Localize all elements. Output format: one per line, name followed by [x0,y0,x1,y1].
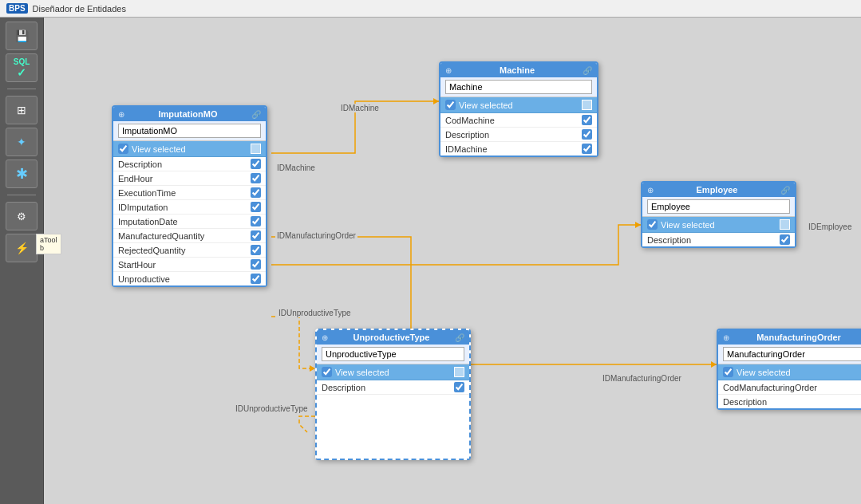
field-rejectedquantity: RejectedQuantity [118,246,185,255]
field-employee-description-checkbox[interactable] [780,234,790,245]
entity-employee-view-end-checkbox[interactable] [780,219,790,230]
entity-employee-header[interactable]: ⊕ Employee 🔗 [642,183,795,197]
entity-unproductivetype-view-label: View selected [335,368,451,377]
entity-machine-link-icon[interactable]: 🔗 [583,66,592,75]
entity-unproductivetype-view-row: View selected [317,364,469,380]
table-row: Description [642,233,795,246]
idmanufacturingorder2-conn-label: IDManufacturingOrder [601,374,683,383]
settings-button[interactable]: ⚙ [6,202,38,230]
entity-machine-view-checkbox[interactable] [445,100,456,110]
field-codmachine-checkbox[interactable] [582,115,592,125]
entity-employee-view-checkbox[interactable] [647,219,658,230]
entity-unproductivetype-link-icon[interactable]: 🔗 [455,333,464,342]
svg-marker-2 [711,361,717,368]
table-row: Description [113,157,266,171]
main-layout: 💾 SQL ✓ ⊞ ✦ ✱ ⚙ ⚡ aToolb [0,18,861,504]
field-endhour-checkbox[interactable] [251,173,261,183]
sidebar-divider-1 [7,89,36,89]
idunproductivetype-conn-label: IDUnproductiveType [277,309,353,317]
svg-marker-3 [310,365,315,372]
field-unproductivetype-description-checkbox[interactable] [454,382,464,392]
entity-imputationmo-title: ImputationMO [159,109,218,119]
save-button[interactable]: 💾 [6,22,38,50]
entity-manufacturingorder-name-input[interactable] [723,347,861,361]
grid-button[interactable]: ⊞ [6,96,38,124]
entity-machine-name-row [440,77,597,97]
entity-machine-name-input[interactable] [445,80,592,94]
lightning-button[interactable]: ⚡ [6,234,38,262]
field-codmanufacturingorder: CodManufacturingOrder [723,383,817,392]
entity-employee-title: Employee [697,185,738,195]
entity-machine-fields: CodMachine Description IDMachine [440,113,597,156]
entity-unproductivetype-view-checkbox[interactable] [322,367,332,377]
field-idimputation-checkbox[interactable] [251,202,261,212]
entity-unproductivetype-view-end-checkbox[interactable] [454,367,464,377]
entity-machine-view-end-checkbox[interactable] [582,100,592,110]
entity-imputationmo-view-label: View selected [132,144,247,154]
field-machine-description-checkbox[interactable] [582,129,592,140]
title-bar: BPS Diseñador de Entidades [0,0,861,18]
field-executiontime: ExecutionTime [118,188,176,198]
idunproductivetype2-conn-label: IDUnproductiveType [234,404,310,413]
field-machine-description: Description [445,130,489,140]
entity-machine-icon: ⊕ [445,66,452,75]
field-manufacturingorder-description: Description [723,397,767,407]
entity-manufacturingorder-header[interactable]: ⊕ ManufacturingOrder 🔗 [718,330,861,345]
entity-imputationmo-view-row: View selected [113,141,266,157]
field-idmachine-checkbox[interactable] [582,144,592,154]
entity-manufacturingorder-name-row [718,345,861,364]
field-description-checkbox[interactable] [251,159,261,169]
entity-imputationmo-fields: Description EndHour ExecutionTime IDImpu… [113,157,266,285]
app-logo: BPS [6,3,28,14]
entity-unproductivetype-fields: Description [317,380,469,459]
entity-employee-view-row: View selected [642,217,795,233]
entity-manufacturingorder: ⊕ ManufacturingOrder 🔗 View selected Cod… [717,329,861,410]
entity-employee: ⊕ Employee 🔗 View selected Description [641,181,796,248]
entity-unproductivetype-icon: ⊕ [322,333,328,342]
table-row: Description [317,380,469,395]
field-executiontime-checkbox[interactable] [251,187,261,198]
canvas: IDMachine IDMachine IDManufacturingOrder… [44,18,861,504]
entity-employee-name-row [642,197,795,217]
idmachine2-conn-label: IDMachine [275,163,317,172]
entity-unproductivetype-title: UnproductiveType [353,333,430,342]
field-endhour: EndHour [118,174,152,183]
field-unproductive-checkbox[interactable] [251,274,261,284]
entity-unproductivetype-header[interactable]: ⊕ UnproductiveType 🔗 [317,330,469,345]
entity-employee-icon: ⊕ [647,186,654,195]
entity-employee-link-icon[interactable]: 🔗 [780,186,790,195]
field-imputationdate-checkbox[interactable] [251,216,261,226]
sql-button[interactable]: SQL ✓ [6,53,38,82]
entity-imputationmo-header[interactable]: ⊕ ImputationMO 🔗 [113,107,266,121]
table-row: RejectedQuantity [113,243,266,258]
table-row: ExecutionTime [113,186,266,200]
entity-manufacturingorder-view-checkbox[interactable] [723,367,733,377]
entity-employee-fields: Description [642,233,795,246]
entity-unproductivetype-name-input[interactable] [322,347,464,361]
table-row: ManufacturedQuantity [113,229,266,243]
entity-imputationmo-name-input[interactable] [118,124,261,138]
entity-employee-name-input[interactable] [647,199,790,214]
entity-imputationmo-link-icon[interactable]: 🔗 [251,110,261,119]
entity-imputationmo-name-row [113,121,266,141]
field-rejectedquantity-checkbox[interactable] [251,245,261,255]
field-description: Description [118,159,162,169]
field-imputationdate: ImputationDate [118,217,178,226]
field-manufacturedquantity-checkbox[interactable] [251,230,261,241]
entity-manufacturingorder-view-row: View selected [718,364,861,380]
add-button[interactable]: ✦ [6,128,38,156]
entity-machine-header[interactable]: ⊕ Machine 🔗 [440,63,597,77]
entity-imputationmo-view-end-checkbox[interactable] [251,144,261,154]
entity-machine-title: Machine [500,65,535,75]
svg-marker-1 [635,222,641,228]
entity-unproductivetype-empty-space [317,395,469,459]
field-unproductive: Unproductive [118,274,170,284]
table-row: IDMachine [440,142,597,156]
entity-machine-view-row: View selected [440,97,597,113]
field-employee-description: Description [647,235,691,245]
asterisk-button[interactable]: ✱ [6,159,38,188]
svg-marker-0 [433,98,439,104]
entity-imputationmo-view-checkbox[interactable] [118,144,128,154]
table-row: Description [718,395,861,408]
field-starthour-checkbox[interactable] [251,259,261,270]
